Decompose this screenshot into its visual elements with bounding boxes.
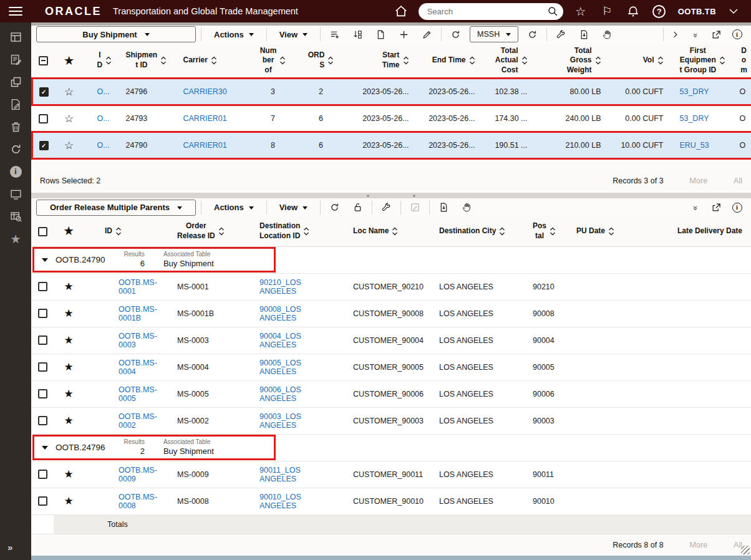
sort-icon[interactable] (719, 56, 725, 65)
row-checkbox[interactable] (39, 114, 48, 123)
row-checkbox[interactable] (38, 496, 47, 506)
sort-icon[interactable] (160, 56, 167, 65)
sidebar-item-refresh[interactable] (7, 142, 24, 156)
select-all-checkbox[interactable] (39, 56, 48, 65)
settings-button[interactable] (552, 26, 570, 42)
row-checkbox[interactable] (38, 362, 47, 372)
equipment-group-link[interactable]: ERU_53 (680, 141, 709, 150)
panel-splitter[interactable] (31, 193, 751, 199)
equipment-group-link[interactable]: 53_DRY (680, 114, 709, 123)
refresh-button[interactable] (447, 26, 465, 42)
sort-icon[interactable] (550, 227, 556, 236)
user-menu-chevron[interactable] (725, 2, 742, 20)
pan-button[interactable] (458, 200, 476, 216)
sort-icon[interactable] (218, 227, 225, 236)
search-input[interactable] (427, 7, 543, 16)
search-icon[interactable] (547, 6, 558, 17)
all-button[interactable]: All (734, 176, 742, 185)
id-link[interactable]: O... (97, 141, 110, 150)
sort-icon[interactable] (403, 56, 409, 65)
destination-location-link[interactable]: 90006_LOS ANGELES (259, 385, 301, 403)
apply-sort-button[interactable] (349, 26, 367, 42)
row-checkbox[interactable] (38, 470, 47, 479)
id-link[interactable]: OOTB.MS-0003 (119, 332, 157, 349)
id-link[interactable]: OOTB.MS-0004 (119, 359, 157, 376)
row-checkbox[interactable] (39, 87, 49, 97)
id-link[interactable]: OOTB.MS-0002 (119, 412, 157, 430)
sort-icon[interactable] (105, 56, 112, 65)
add-to-list-button[interactable] (326, 26, 344, 42)
global-search[interactable] (419, 3, 563, 20)
id-link[interactable]: OOTB.MS-0008 (119, 493, 157, 510)
flag-button[interactable]: ⚐ (598, 2, 616, 20)
sort-icon[interactable] (469, 56, 475, 65)
sort-icon[interactable] (279, 56, 286, 65)
id-link[interactable]: O... (97, 114, 110, 123)
row-checkbox[interactable] (38, 309, 47, 318)
id-link[interactable]: O... (97, 87, 110, 96)
favorite-star[interactable]: ★ (64, 335, 73, 345)
open-in-new-button[interactable] (707, 200, 725, 216)
refresh-button[interactable] (326, 200, 344, 216)
favorite-star[interactable]: ★ (64, 389, 73, 399)
sort-icon[interactable] (115, 227, 122, 236)
open-in-new-button[interactable] (707, 26, 725, 42)
favorite-star[interactable]: ★ (64, 469, 73, 480)
favorite-star[interactable]: ★ (64, 496, 73, 506)
carrier-link[interactable]: CARRIER01 (183, 114, 227, 123)
destination-location-link[interactable]: 90210_LOS ANGELES (259, 278, 301, 296)
sort-icon[interactable] (521, 56, 528, 65)
sort-icon[interactable] (392, 227, 398, 236)
sidebar-item-table-search[interactable] (7, 210, 24, 223)
export-button[interactable] (575, 26, 593, 42)
favorites-button[interactable]: ☆ (572, 2, 589, 20)
menu-icon[interactable] (9, 6, 22, 17)
sidebar-expand-button[interactable]: » (7, 542, 12, 553)
destination-location-link[interactable]: 90004_LOS ANGELES (259, 332, 301, 349)
row-checkbox[interactable] (38, 336, 47, 345)
sidebar-item-favorites[interactable]: ★ (7, 232, 24, 246)
collapse-group-icon[interactable] (42, 446, 48, 453)
result-type-selector[interactable]: Buy Shipment (36, 26, 196, 42)
sort-icon[interactable] (303, 227, 309, 236)
sidebar-item-copy[interactable] (7, 75, 24, 89)
destination-location-link[interactable]: 90010_LOS ANGELES (259, 493, 301, 510)
sidebar-item-monitor[interactable] (7, 187, 24, 201)
settings-button[interactable] (377, 200, 395, 216)
sort-icon[interactable] (211, 56, 217, 65)
notifications-button[interactable] (624, 2, 642, 20)
id-link[interactable]: OOTB.MS-0009 (119, 466, 157, 483)
id-link[interactable]: OOTB.MS-0005 (119, 385, 157, 403)
expand-panel-button[interactable] (666, 26, 684, 42)
home-button[interactable] (392, 2, 410, 20)
carrier-link[interactable]: CARRIER30 (183, 87, 227, 96)
favorite-star[interactable]: ☆ (64, 140, 74, 151)
collapse-group-icon[interactable] (42, 258, 48, 265)
favorite-star[interactable]: ★ (64, 281, 73, 292)
sort-icon[interactable] (327, 56, 334, 65)
row-checkbox[interactable] (38, 282, 47, 291)
destination-location-link[interactable]: 90005_LOS ANGELES (259, 359, 301, 376)
panel-info-button[interactable]: i (728, 200, 746, 216)
row-checkbox[interactable] (38, 389, 47, 398)
id-link[interactable]: OOTB.MS-0001B (119, 305, 157, 322)
favorite-star[interactable]: ☆ (64, 87, 74, 97)
sidebar-item-form-edit[interactable] (7, 52, 24, 66)
sidebar-item-file-edit[interactable] (7, 97, 24, 111)
add-button[interactable] (395, 26, 413, 42)
actions-menu[interactable]: Actions (206, 203, 261, 212)
export-button[interactable] (435, 200, 453, 216)
destination-location-link[interactable]: 90011_LOS ANGELES (259, 466, 301, 483)
saved-query-selector[interactable]: MSSH (470, 26, 518, 42)
new-document-button[interactable] (372, 26, 390, 42)
more-button[interactable]: More (690, 541, 707, 549)
collapse-all-button[interactable]: » (687, 200, 705, 216)
id-link[interactable]: OOTB.MS-0001 (119, 278, 157, 296)
sort-icon[interactable] (657, 56, 664, 65)
sidebar-item-info[interactable]: i (7, 165, 24, 178)
favorite-star[interactable]: ★ (64, 415, 73, 426)
user-menu[interactable]: OOTB.TB (677, 2, 716, 20)
select-all-checkbox[interactable] (38, 227, 47, 236)
result-type-selector[interactable]: Order Release Multiple Parents (36, 200, 196, 216)
resize-grip[interactable] (741, 546, 750, 554)
